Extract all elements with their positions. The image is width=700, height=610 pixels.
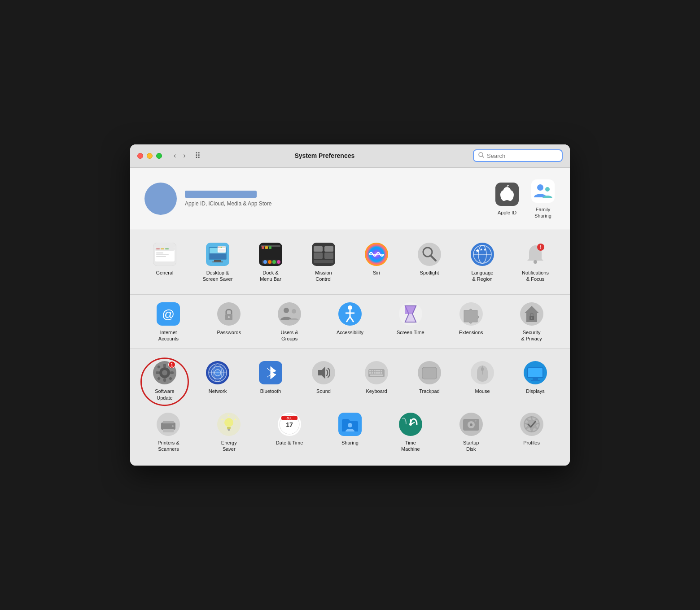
general-item[interactable]: General [139,237,190,287]
startup-disk-icon [459,412,484,437]
svg-point-25 [221,247,222,248]
svg-rect-10 [161,248,164,249]
notifications-focus-item[interactable]: ! Notifications & Focus [510,237,561,287]
internet-accounts-icon: @ [156,301,181,327]
apple-id-label: Apple ID [498,209,516,216]
security-privacy-item[interactable]: Security & Privacy [502,297,561,347]
energy-saver-item[interactable]: Energy Saver [200,407,258,457]
mouse-icon [470,360,495,385]
minimize-button[interactable] [147,153,153,159]
profiles-item[interactable]: Profiles [502,407,561,457]
traffic-lights [137,153,162,159]
svg-rect-41 [324,246,333,252]
mouse-item[interactable]: Mouse [457,356,508,405]
family-sharing-button[interactable]: Family Sharing [530,179,556,219]
internet-accounts-item[interactable]: @ Internet Accounts [139,297,198,347]
mission-control-icon [311,242,336,267]
svg-rect-121 [533,378,538,380]
general-label: General [156,270,173,276]
profiles-icon [519,412,544,437]
security-privacy-label: Security & Privacy [521,329,542,342]
spotlight-icon [417,242,442,267]
sound-icon [311,360,336,385]
startup-disk-item[interactable]: Startup Disk [442,407,500,457]
svg-rect-130 [227,427,231,429]
spotlight-item[interactable]: Spotlight [404,237,455,287]
svg-point-33 [263,260,267,264]
svg-rect-109 [376,372,378,374]
svg-point-80 [162,370,167,375]
siri-item[interactable]: Siri [351,237,402,287]
date-time-item[interactable]: JUL 17 Date & Time [260,407,319,457]
mission-control-item[interactable]: Mission Control [298,237,349,287]
system-preferences-window: ‹ › ⠿ System Preferences Apple ID, iClou… [130,144,570,466]
profile-section: Apple ID, iCloud, Media & App Store Appl… [130,168,570,231]
time-machine-icon [398,412,423,437]
extensions-item[interactable]: Extensions [442,297,500,347]
general-icon [152,242,177,267]
svg-point-45 [418,243,441,266]
screen-time-item[interactable]: Screen Time [381,297,440,347]
accessibility-item[interactable]: Accessibility [321,297,380,347]
apple-id-button[interactable]: Apple ID [494,182,520,216]
svg-rect-29 [262,246,264,249]
window-title: System Preferences [176,152,473,159]
language-region-item[interactable]: ★ ★ ★ Language & Region [457,237,508,287]
svg-text:!: ! [540,245,541,250]
profile-name-bar [185,191,257,198]
bluetooth-item[interactable]: Bluetooth [245,356,296,405]
svg-point-36 [277,260,280,264]
notifications-focus-icon: ! [523,242,548,267]
siri-label: Siri [373,270,380,276]
bluetooth-label: Bluetooth [260,388,281,394]
time-machine-item[interactable]: Time Machine [381,407,440,457]
maximize-button[interactable] [156,153,162,159]
svg-rect-84 [170,371,174,374]
svg-text:★: ★ [480,248,483,252]
svg-rect-122 [531,380,540,381]
sound-item[interactable]: Sound [298,356,349,405]
displays-item[interactable]: Displays [510,356,561,405]
keyboard-label: Keyboard [366,388,387,394]
close-button[interactable] [137,153,143,159]
time-machine-label: Time Machine [401,440,420,453]
apple-id-icon [494,182,520,207]
sound-label: Sound [316,388,331,394]
dock-menubar-label: Dock & Menu Bar [260,270,281,283]
search-icon [478,152,484,159]
trackpad-item[interactable]: Trackpad [404,356,455,405]
family-sharing-label: Family Sharing [534,206,551,219]
svg-rect-12 [156,253,163,253]
svg-point-5 [545,187,550,192]
dock-menubar-item[interactable]: Dock & Menu Bar [245,237,296,287]
svg-point-153 [470,423,472,426]
svg-rect-131 [228,429,230,430]
users-groups-item[interactable]: Users & Groups [260,297,319,347]
svg-point-63 [278,302,301,326]
software-update-item[interactable]: 1 [139,356,190,405]
energy-saver-label: Energy Saver [221,440,237,453]
search-input[interactable] [487,152,557,159]
svg-rect-39 [324,253,333,259]
titlebar: ‹ › ⠿ System Preferences [130,144,570,168]
svg-point-149 [409,423,412,426]
svg-rect-111 [381,372,382,374]
svg-rect-117 [481,367,484,371]
internet-accounts-label: Internet Accounts [158,329,179,342]
desktop-screensaver-item[interactable]: Desktop & Screen Saver [192,237,243,287]
svg-rect-30 [265,246,268,249]
svg-point-145 [348,423,352,427]
energy-saver-icon [216,412,241,437]
svg-rect-42 [314,260,333,263]
network-item[interactable]: Network [192,356,243,405]
sharing-item[interactable]: Sharing [321,407,380,457]
svg-point-127 [172,425,174,427]
printers-scanners-item[interactable]: Printers & Scanners [139,407,198,457]
keyboard-item[interactable]: Keyboard [351,356,402,405]
siri-icon [364,242,389,267]
sharing-label: Sharing [341,440,359,446]
language-region-icon: ★ ★ ★ [470,242,495,267]
keyboard-icon [364,360,389,385]
passwords-item[interactable]: Passwords [200,297,258,347]
search-box[interactable] [473,149,563,162]
